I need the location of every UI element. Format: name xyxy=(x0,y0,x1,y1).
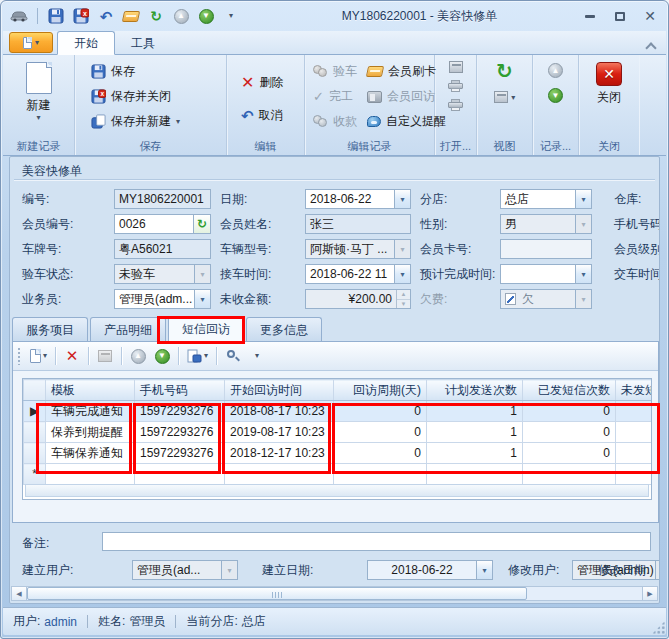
save-close-button[interactable]: x 保存并关闭 xyxy=(87,84,222,109)
grid-new-row[interactable]: * xyxy=(24,464,653,485)
col-header-start[interactable]: 开始回访时间 xyxy=(225,380,334,401)
tab-home[interactable]: 开始 xyxy=(57,31,115,55)
ribbon-tab-row: ▾ 开始 工具 xyxy=(3,31,666,55)
printer-icon[interactable] xyxy=(448,80,463,92)
no-field[interactable]: MY1806220001 xyxy=(114,189,211,209)
created-by-field[interactable]: 管理员(ad...▾ xyxy=(132,560,238,580)
grid-move-up-button[interactable]: ▲ xyxy=(128,346,148,366)
collapse-ribbon-icon[interactable] xyxy=(647,43,656,49)
finish-button[interactable]: ✓ 完工 xyxy=(309,84,361,109)
created-by-label: 建立用户: xyxy=(22,560,73,580)
col-header-cycle[interactable]: 回访周期(天) xyxy=(334,380,427,401)
arrears-field[interactable]: 欠▾ xyxy=(500,289,592,309)
grid-hscrollbar[interactable] xyxy=(25,484,649,497)
toolbar-separator xyxy=(121,347,122,365)
col-header-unsent[interactable]: 未发短信次数 xyxy=(616,380,653,401)
close-form-button[interactable]: ✕ 关闭 xyxy=(590,59,628,138)
ribbon-group-new-record: 新建 ▾ 新建记录 xyxy=(3,55,75,155)
scroll-left-icon[interactable]: ◀ xyxy=(12,587,27,600)
spinner-icon: ▲▼ xyxy=(396,290,410,308)
scrollbar-track[interactable] xyxy=(527,587,642,600)
table-row[interactable]: 车辆保养通知 15972293276 2018-12-17 10:23 0 1 … xyxy=(24,443,653,464)
col-header-planned[interactable]: 计划发送次数 xyxy=(427,380,523,401)
plate-field[interactable]: 粤A56021 xyxy=(114,239,211,259)
toolbar-drag-handle[interactable] xyxy=(17,347,22,365)
receive-time-label: 接车时间: xyxy=(220,264,271,284)
undo-icon: ↶ xyxy=(241,108,254,123)
table-row[interactable]: ▶ 车辆完成通知 15972293276 2018-08-17 10:23 0 … xyxy=(24,401,653,422)
chevron-down-icon: ▾ xyxy=(176,118,180,126)
scrollbar-thumb[interactable] xyxy=(27,587,527,600)
layout-icon[interactable]: ▾ xyxy=(494,89,515,103)
grid-export-button[interactable]: ▾ xyxy=(185,346,210,366)
grid-copy-button[interactable] xyxy=(95,346,115,366)
refresh-view-icon[interactable]: ↻ xyxy=(496,61,513,81)
member-name-field[interactable]: 张三 xyxy=(305,214,411,234)
chevron-down-icon: ▾ xyxy=(221,561,237,579)
grid-delete-row-button[interactable]: ✕ xyxy=(62,346,82,366)
grid-move-down-button[interactable]: ▼ xyxy=(152,346,172,366)
grid-corner[interactable] xyxy=(24,380,46,401)
statusbar-branch-value: 总店 xyxy=(242,613,266,630)
salesman-field[interactable]: 管理员(adm...▾ xyxy=(114,289,211,309)
collect-payment-button[interactable]: 收款 xyxy=(309,109,361,134)
printer-icon[interactable] xyxy=(448,99,463,111)
table-row[interactable]: 保养到期提醒 15972293276 2019-08-17 10:23 0 1 … xyxy=(24,422,653,443)
inspect-status-field[interactable]: 未验车▾ xyxy=(114,264,211,284)
window-title: MY1806220001 - 美容快修单 xyxy=(1,1,668,31)
cancel-button[interactable]: ↶ 取消 xyxy=(237,103,300,128)
previous-record-icon[interactable]: ▲ xyxy=(548,63,563,78)
minimize-button[interactable] xyxy=(582,9,598,23)
chevron-down-icon: ▾ xyxy=(575,215,591,233)
remarks-input[interactable] xyxy=(102,532,651,551)
group-label-save: 保存 xyxy=(79,138,222,155)
remarks-label: 备注: xyxy=(22,535,49,552)
created-date-field[interactable]: 2018-06-22▾ xyxy=(367,560,493,580)
row-selector[interactable] xyxy=(24,422,46,443)
unpaid-label: 未收金额: xyxy=(220,289,271,309)
tab-product-detail[interactable]: 产品明细 xyxy=(90,317,166,342)
card-no-field[interactable] xyxy=(500,239,592,259)
col-header-template[interactable]: 模板 xyxy=(46,380,135,401)
expected-time-field[interactable]: ▾ xyxy=(500,264,592,284)
grid-find-button[interactable] xyxy=(223,346,243,366)
tab-sms-followup[interactable]: 短信回访 xyxy=(168,316,244,342)
row-selector[interactable] xyxy=(24,443,46,464)
grid-find-options-icon[interactable]: ▾ xyxy=(247,346,267,366)
tab-tools[interactable]: 工具 xyxy=(115,32,171,54)
plate-label: 车牌号: xyxy=(22,239,61,259)
ribbon: 新建 ▾ 新建记录 保存 x 保存并关闭 保存并新建 ▾ xyxy=(3,55,666,156)
save-new-button[interactable]: 保存并新建 ▾ xyxy=(87,109,222,134)
unpaid-field[interactable]: ¥200.00▲▼ xyxy=(305,289,411,309)
col-header-phone[interactable]: 手机号码 xyxy=(135,380,225,401)
date-field[interactable]: 2018-06-22▾ xyxy=(305,189,411,209)
chevron-down-icon: ▾ xyxy=(394,265,410,283)
scroll-right-icon[interactable]: ▶ xyxy=(642,587,657,600)
tab-service-items[interactable]: 服务项目 xyxy=(12,317,88,342)
grid-add-row-button[interactable]: ▾ xyxy=(28,346,49,366)
tab-more-info[interactable]: 更多信息 xyxy=(246,317,322,342)
model-field[interactable]: 阿斯顿·马丁 ...▾ xyxy=(305,239,411,259)
chevron-down-icon: ▾ xyxy=(575,265,591,283)
inspect-status-label: 验车状态: xyxy=(22,264,73,284)
close-window-button[interactable]: ✕ xyxy=(642,9,658,23)
new-button[interactable]: 新建 ▾ xyxy=(20,59,58,138)
expected-time-label: 预计完成时间: xyxy=(420,264,495,284)
lookup-refresh-icon[interactable]: ↻ xyxy=(193,215,210,233)
member-no-field[interactable]: 0026↻ xyxy=(114,214,211,234)
app-menu-button[interactable]: ▾ xyxy=(9,32,53,53)
print-preview-icon[interactable] xyxy=(449,61,463,73)
maximize-button[interactable] xyxy=(612,9,628,23)
inspect-car-button[interactable]: 验车 xyxy=(309,59,361,84)
branch-field[interactable]: 总店▾ xyxy=(500,189,592,209)
gender-field[interactable]: 男▾ xyxy=(500,214,592,234)
save-button[interactable]: 保存 xyxy=(87,59,222,84)
next-record-icon[interactable]: ▼ xyxy=(548,88,563,103)
row-selector[interactable]: ▶ xyxy=(24,401,46,422)
arrears-label: 欠费: xyxy=(420,289,447,309)
horizontal-scrollbar[interactable]: ◀ ▶ xyxy=(11,586,658,601)
delete-button[interactable]: ✕ 删除 xyxy=(237,70,300,95)
col-header-sent[interactable]: 已发短信次数 xyxy=(523,380,616,401)
receive-time-field[interactable]: 2018-06-22 11▾ xyxy=(305,264,411,284)
ribbon-group-open: 打开... xyxy=(435,55,477,155)
